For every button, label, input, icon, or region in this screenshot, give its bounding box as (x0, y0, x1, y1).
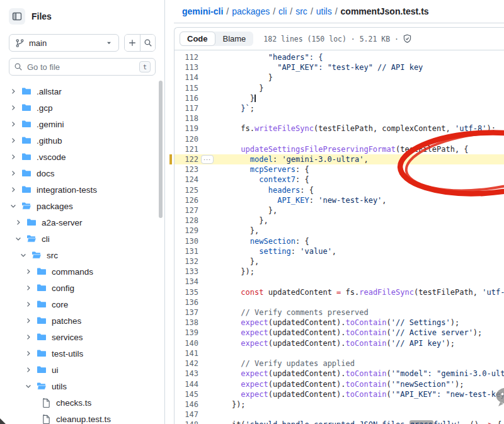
tree-item-label: commands (52, 267, 93, 277)
code-line-147: 147 (175, 410, 504, 420)
line-number[interactable]: 132 (175, 256, 198, 266)
tree-item-cleanup.test.ts[interactable]: cleanup.test.ts (0, 411, 164, 424)
line-number[interactable]: 130 (175, 236, 198, 246)
tree-item-.allstar[interactable]: .allstar (0, 83, 164, 100)
line-number[interactable]: 114 (175, 72, 198, 83)
line-number[interactable]: 123 (175, 164, 198, 175)
tree-item-ui[interactable]: ui (0, 362, 164, 378)
tree-item-config[interactable]: config (0, 280, 164, 296)
folder-icon (37, 365, 47, 375)
line-action-slot (198, 144, 214, 154)
line-number[interactable]: 127 (175, 205, 198, 215)
chevron-right-icon (25, 284, 32, 292)
line-number[interactable]: 125 (175, 185, 198, 195)
code-line-119: 119 fs.writeFileSync(testFilePath, compl… (175, 123, 504, 134)
line-action-slot (198, 215, 214, 226)
line-number[interactable]: 141 (175, 348, 198, 358)
breadcrumb-path-link[interactable]: src (295, 6, 307, 16)
line-action-slot (198, 205, 214, 215)
line-action-slot (198, 175, 214, 185)
line-number[interactable]: 146 (175, 399, 198, 410)
line-number[interactable]: 129 (175, 226, 198, 236)
line-number[interactable]: 148 (175, 420, 198, 424)
branch-selector[interactable]: main (9, 34, 119, 52)
folder-icon (21, 135, 32, 146)
sidebar-scrollbar[interactable] (159, 81, 163, 218)
sidebar-header: Files (0, 0, 164, 25)
chevron-right-icon (9, 169, 17, 177)
line-number[interactable]: 147 (175, 410, 198, 420)
line-number[interactable]: 119 (175, 123, 198, 134)
line-number[interactable]: 138 (175, 318, 198, 328)
line-number[interactable]: 128 (175, 215, 198, 226)
line-number[interactable]: 120 (175, 134, 198, 144)
line-number[interactable]: 140 (175, 338, 198, 348)
tree-item-label: cleanup.test.ts (56, 415, 111, 424)
go-to-file-input[interactable]: Go to file t (9, 58, 156, 76)
tree-item-utils[interactable]: utils (0, 378, 164, 394)
tree-item-.gcp[interactable]: .gcp (0, 100, 164, 116)
chevron-right-icon (9, 88, 17, 95)
line-number[interactable]: 144 (175, 379, 198, 389)
tree-item-.gemini[interactable]: .gemini (0, 116, 164, 132)
line-number[interactable]: 135 (175, 287, 198, 297)
folder-icon (21, 103, 32, 113)
tree-item-.github[interactable]: .github (0, 132, 164, 149)
code-line-137: 137 // Verify comments preserved (175, 307, 504, 318)
folder-icon (37, 348, 47, 358)
line-number[interactable]: 124 (175, 175, 198, 185)
line-number[interactable]: 113 (175, 62, 198, 72)
line-number[interactable]: 117 (175, 103, 198, 113)
add-file-button[interactable] (125, 35, 140, 51)
line-action-slot (198, 307, 214, 318)
tree-item-cli[interactable]: cli (0, 231, 164, 247)
line-action-slot (198, 287, 214, 297)
tree-item-integration-tests[interactable]: integration-tests (0, 181, 164, 198)
line-number[interactable]: 133 (175, 266, 198, 277)
line-number[interactable]: 122 (175, 154, 198, 164)
breadcrumb-path-link[interactable]: utils (316, 6, 332, 16)
line-number[interactable]: 121 (175, 144, 198, 154)
folder-icon (26, 217, 37, 227)
chevron-right-icon (9, 186, 17, 193)
line-number[interactable]: 112 (175, 52, 198, 62)
tree-item-src[interactable]: src (0, 247, 164, 263)
tree-item-test-utils[interactable]: test-utils (0, 345, 164, 362)
tree-item-commands[interactable]: commands (0, 263, 164, 280)
line-number[interactable]: 131 (175, 246, 198, 256)
breadcrumb-path-link[interactable]: packages (232, 6, 270, 16)
line-action-slot (198, 297, 214, 307)
tree-item-docs[interactable]: docs (0, 165, 164, 181)
line-number[interactable]: 126 (175, 195, 198, 205)
line-number[interactable]: 139 (175, 328, 198, 338)
line-number[interactable]: 137 (175, 307, 198, 318)
code-line-128: 128 }, (175, 215, 504, 226)
line-number[interactable]: 116 (175, 93, 198, 103)
folder-icon (37, 332, 47, 342)
tree-item-label: integration-tests (37, 185, 97, 195)
tree-item-checks.ts[interactable]: checks.ts (0, 394, 164, 411)
line-number[interactable]: 115 (175, 83, 198, 93)
breadcrumb-separator: / (287, 6, 295, 16)
expand-hunk-button[interactable]: ··· (201, 155, 214, 164)
tree-item-patches[interactable]: patches (0, 312, 164, 329)
sidebar-toggle-button[interactable] (9, 8, 25, 25)
search-tree-button[interactable] (140, 35, 155, 51)
breadcrumb-path-link[interactable]: cli (278, 6, 287, 16)
line-number[interactable]: 134 (175, 277, 198, 287)
tab-blame[interactable]: Blame (215, 32, 254, 46)
tree-item-core[interactable]: core (0, 296, 164, 312)
line-number[interactable]: 136 (175, 297, 198, 307)
tab-code[interactable]: Code (180, 32, 215, 46)
tree-item-packages[interactable]: packages (0, 198, 164, 214)
tree-item-a2a-server[interactable]: a2a-server (0, 214, 164, 231)
line-number[interactable]: 142 (175, 358, 198, 369)
code-line-124: 124 context7: { (175, 175, 504, 185)
line-number[interactable]: 145 (175, 389, 198, 399)
tree-item-label: test-utils (52, 349, 83, 358)
line-number[interactable]: 143 (175, 369, 198, 379)
breadcrumb-repo-link[interactable]: gemini-cli (182, 6, 223, 16)
line-number[interactable]: 118 (175, 113, 198, 123)
tree-item-.vscode[interactable]: .vscode (0, 149, 164, 165)
tree-item-services[interactable]: services (0, 329, 164, 345)
